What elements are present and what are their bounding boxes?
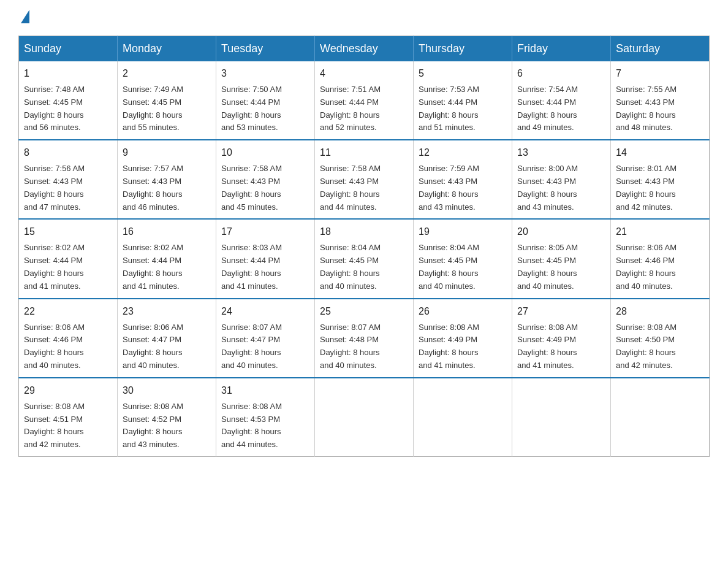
day-number: 18: [320, 224, 408, 239]
day-number: 24: [221, 304, 309, 319]
day-info: Sunrise: 7:51 AMSunset: 4:44 PMDaylight:…: [320, 85, 381, 132]
calendar-header-row: SundayMondayTuesdayWednesdayThursdayFrid…: [19, 36, 710, 62]
day-number: 19: [419, 224, 507, 239]
calendar-cell: 31 Sunrise: 8:08 AMSunset: 4:53 PMDaylig…: [216, 378, 315, 457]
weekday-header-thursday: Thursday: [414, 36, 512, 62]
calendar-week-5: 29 Sunrise: 8:08 AMSunset: 4:51 PMDaylig…: [19, 378, 710, 457]
day-info: Sunrise: 7:57 AMSunset: 4:43 PMDaylight:…: [123, 164, 183, 211]
calendar-cell: 2 Sunrise: 7:49 AMSunset: 4:45 PMDayligh…: [118, 61, 216, 140]
day-info: Sunrise: 8:02 AMSunset: 4:44 PMDaylight:…: [123, 243, 183, 290]
day-info: Sunrise: 8:08 AMSunset: 4:49 PMDaylight:…: [517, 323, 578, 370]
calendar-cell: 28 Sunrise: 8:08 AMSunset: 4:50 PMDaylig…: [611, 299, 710, 378]
day-info: Sunrise: 8:01 AMSunset: 4:43 PMDaylight:…: [616, 164, 677, 211]
day-number: 28: [616, 304, 704, 319]
calendar-cell: 30 Sunrise: 8:08 AMSunset: 4:52 PMDaylig…: [118, 378, 216, 457]
day-number: 3: [221, 66, 309, 81]
day-number: 2: [123, 66, 211, 81]
weekday-header-tuesday: Tuesday: [216, 36, 315, 62]
calendar-cell: [414, 378, 512, 457]
day-number: 8: [24, 145, 112, 160]
calendar-cell: 25 Sunrise: 8:07 AMSunset: 4:48 PMDaylig…: [315, 299, 414, 378]
weekday-header-sunday: Sunday: [19, 36, 118, 62]
day-number: 25: [320, 304, 408, 319]
day-info: Sunrise: 8:07 AMSunset: 4:48 PMDaylight:…: [320, 323, 381, 370]
day-info: Sunrise: 8:08 AMSunset: 4:53 PMDaylight:…: [221, 402, 282, 449]
day-number: 13: [517, 145, 605, 160]
day-info: Sunrise: 7:54 AMSunset: 4:44 PMDaylight:…: [517, 85, 578, 132]
day-info: Sunrise: 8:08 AMSunset: 4:50 PMDaylight:…: [616, 323, 677, 370]
calendar-cell: 10 Sunrise: 7:58 AMSunset: 4:43 PMDaylig…: [216, 140, 315, 219]
calendar-cell: 14 Sunrise: 8:01 AMSunset: 4:43 PMDaylig…: [611, 140, 710, 219]
day-number: 23: [123, 304, 211, 319]
day-number: 29: [24, 383, 112, 398]
day-info: Sunrise: 7:59 AMSunset: 4:43 PMDaylight:…: [419, 164, 479, 211]
weekday-header-friday: Friday: [512, 36, 611, 62]
day-info: Sunrise: 8:04 AMSunset: 4:45 PMDaylight:…: [419, 243, 479, 290]
day-number: 16: [123, 224, 211, 239]
day-number: 21: [616, 224, 704, 239]
day-info: Sunrise: 8:06 AMSunset: 4:46 PMDaylight:…: [616, 243, 677, 290]
day-info: Sunrise: 7:55 AMSunset: 4:43 PMDaylight:…: [616, 85, 677, 132]
day-number: 30: [123, 383, 211, 398]
calendar-cell: 15 Sunrise: 8:02 AMSunset: 4:44 PMDaylig…: [19, 219, 118, 298]
calendar-cell: 18 Sunrise: 8:04 AMSunset: 4:45 PMDaylig…: [315, 219, 414, 298]
day-info: Sunrise: 8:04 AMSunset: 4:45 PMDaylight:…: [320, 243, 381, 290]
calendar-cell: 17 Sunrise: 8:03 AMSunset: 4:44 PMDaylig…: [216, 219, 315, 298]
calendar-cell: 13 Sunrise: 8:00 AMSunset: 4:43 PMDaylig…: [512, 140, 611, 219]
day-number: 27: [517, 304, 605, 319]
day-info: Sunrise: 8:02 AMSunset: 4:44 PMDaylight:…: [24, 243, 85, 290]
calendar-cell: 3 Sunrise: 7:50 AMSunset: 4:44 PMDayligh…: [216, 61, 315, 140]
day-info: Sunrise: 8:00 AMSunset: 4:43 PMDaylight:…: [517, 164, 578, 211]
day-info: Sunrise: 8:08 AMSunset: 4:51 PMDaylight:…: [24, 402, 85, 449]
day-info: Sunrise: 8:03 AMSunset: 4:44 PMDaylight:…: [221, 243, 282, 290]
calendar-cell: 12 Sunrise: 7:59 AMSunset: 4:43 PMDaylig…: [414, 140, 512, 219]
day-info: Sunrise: 7:48 AMSunset: 4:45 PMDaylight:…: [24, 85, 85, 132]
calendar-cell: 19 Sunrise: 8:04 AMSunset: 4:45 PMDaylig…: [414, 219, 512, 298]
day-info: Sunrise: 8:06 AMSunset: 4:47 PMDaylight:…: [123, 323, 183, 370]
calendar-cell: 29 Sunrise: 8:08 AMSunset: 4:51 PMDaylig…: [19, 378, 118, 457]
day-number: 31: [221, 383, 309, 398]
day-info: Sunrise: 7:50 AMSunset: 4:44 PMDaylight:…: [221, 85, 282, 132]
day-number: 6: [517, 66, 605, 81]
calendar-cell: 27 Sunrise: 8:08 AMSunset: 4:49 PMDaylig…: [512, 299, 611, 378]
calendar-table: SundayMondayTuesdayWednesdayThursdayFrid…: [18, 36, 710, 457]
calendar-cell: 26 Sunrise: 8:08 AMSunset: 4:49 PMDaylig…: [414, 299, 512, 378]
calendar-cell: 11 Sunrise: 7:58 AMSunset: 4:43 PMDaylig…: [315, 140, 414, 219]
calendar-cell: 22 Sunrise: 8:06 AMSunset: 4:46 PMDaylig…: [19, 299, 118, 378]
day-number: 7: [616, 66, 704, 81]
logo: [18, 12, 29, 23]
weekday-header-wednesday: Wednesday: [315, 36, 414, 62]
calendar-cell: 1 Sunrise: 7:48 AMSunset: 4:45 PMDayligh…: [19, 61, 118, 140]
calendar-cell: [611, 378, 710, 457]
calendar-cell: 6 Sunrise: 7:54 AMSunset: 4:44 PMDayligh…: [512, 61, 611, 140]
day-number: 11: [320, 145, 408, 160]
calendar-cell: 21 Sunrise: 8:06 AMSunset: 4:46 PMDaylig…: [611, 219, 710, 298]
day-number: 9: [123, 145, 211, 160]
day-info: Sunrise: 7:53 AMSunset: 4:44 PMDaylight:…: [419, 85, 479, 132]
day-info: Sunrise: 8:07 AMSunset: 4:47 PMDaylight:…: [221, 323, 282, 370]
calendar-cell: 7 Sunrise: 7:55 AMSunset: 4:43 PMDayligh…: [611, 61, 710, 140]
logo-triangle-icon: [21, 10, 29, 23]
calendar-cell: [315, 378, 414, 457]
day-info: Sunrise: 8:08 AMSunset: 4:52 PMDaylight:…: [123, 402, 183, 449]
page-header: [18, 12, 710, 23]
day-number: 15: [24, 224, 112, 239]
day-number: 14: [616, 145, 704, 160]
day-number: 26: [419, 304, 507, 319]
calendar-cell: 23 Sunrise: 8:06 AMSunset: 4:47 PMDaylig…: [118, 299, 216, 378]
calendar-cell: 9 Sunrise: 7:57 AMSunset: 4:43 PMDayligh…: [118, 140, 216, 219]
calendar-week-2: 8 Sunrise: 7:56 AMSunset: 4:43 PMDayligh…: [19, 140, 710, 219]
day-info: Sunrise: 7:56 AMSunset: 4:43 PMDaylight:…: [24, 164, 85, 211]
calendar-cell: 5 Sunrise: 7:53 AMSunset: 4:44 PMDayligh…: [414, 61, 512, 140]
calendar-week-1: 1 Sunrise: 7:48 AMSunset: 4:45 PMDayligh…: [19, 61, 710, 140]
day-number: 10: [221, 145, 309, 160]
day-info: Sunrise: 7:49 AMSunset: 4:45 PMDaylight:…: [123, 85, 183, 132]
calendar-cell: 8 Sunrise: 7:56 AMSunset: 4:43 PMDayligh…: [19, 140, 118, 219]
day-number: 20: [517, 224, 605, 239]
calendar-cell: [512, 378, 611, 457]
day-info: Sunrise: 8:08 AMSunset: 4:49 PMDaylight:…: [419, 323, 479, 370]
day-info: Sunrise: 8:06 AMSunset: 4:46 PMDaylight:…: [24, 323, 85, 370]
calendar-cell: 20 Sunrise: 8:05 AMSunset: 4:45 PMDaylig…: [512, 219, 611, 298]
day-number: 12: [419, 145, 507, 160]
calendar-cell: 4 Sunrise: 7:51 AMSunset: 4:44 PMDayligh…: [315, 61, 414, 140]
